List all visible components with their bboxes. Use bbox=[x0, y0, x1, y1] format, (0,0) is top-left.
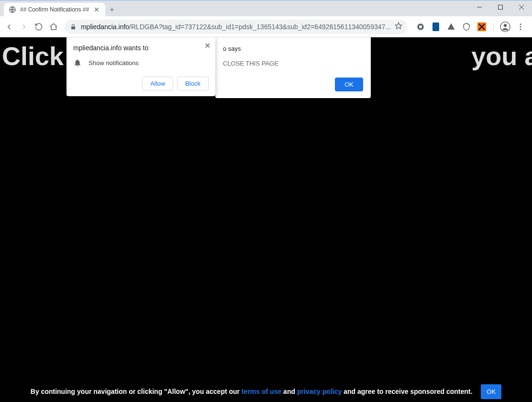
consent-footer: By continuing your navigation or clickin… bbox=[0, 384, 532, 399]
permission-actions: Allow Block bbox=[73, 77, 209, 90]
svg-marker-3 bbox=[395, 22, 401, 29]
javascript-alert-dialog: o says CLOSE THIS PAGE OK bbox=[215, 37, 371, 98]
svg-rect-2 bbox=[71, 26, 75, 29]
alert-actions: OK bbox=[223, 78, 363, 91]
svg-rect-6 bbox=[432, 22, 439, 31]
close-icon[interactable]: ✕ bbox=[93, 6, 100, 13]
svg-point-12 bbox=[520, 28, 521, 30]
allow-button[interactable]: Allow bbox=[142, 77, 173, 90]
window-controls bbox=[469, 0, 532, 16]
new-tab-button[interactable] bbox=[105, 3, 119, 16]
extension-icon-5[interactable] bbox=[476, 21, 488, 33]
extension-icon-1[interactable] bbox=[415, 21, 426, 33]
home-button[interactable] bbox=[47, 19, 60, 34]
maximize-button[interactable] bbox=[490, 0, 511, 14]
permission-dialog-title: mpliedancia.info wants to bbox=[73, 44, 209, 52]
svg-point-10 bbox=[520, 23, 521, 25]
alert-origin: o says bbox=[223, 45, 363, 52]
notification-permission-dialog: ✕ mpliedancia.info wants to Show notific… bbox=[66, 37, 215, 96]
browser-titlebar: ## Confirm Notifications ## ✕ bbox=[0, 0, 532, 16]
terms-link[interactable]: terms of use bbox=[242, 388, 281, 395]
extension-icon-2[interactable] bbox=[430, 21, 442, 33]
forward-button[interactable] bbox=[18, 19, 31, 34]
close-window-button[interactable] bbox=[511, 0, 532, 14]
reload-button[interactable] bbox=[32, 19, 45, 34]
back-button[interactable] bbox=[3, 19, 16, 34]
profile-avatar-icon[interactable] bbox=[499, 21, 511, 33]
consent-ok-button[interactable]: OK bbox=[481, 384, 501, 399]
browser-toolbar: mpliedancia.info/RLDGBA?tag_id=737122&su… bbox=[0, 16, 532, 37]
tab-strip: ## Confirm Notifications ## ✕ bbox=[0, 0, 469, 16]
close-icon[interactable]: ✕ bbox=[204, 41, 211, 50]
browser-tab[interactable]: ## Confirm Notifications ## ✕ bbox=[4, 3, 105, 16]
svg-point-11 bbox=[520, 26, 521, 27]
privacy-link[interactable]: privacy policy bbox=[297, 388, 342, 395]
alert-message: CLOSE THIS PAGE bbox=[223, 60, 363, 67]
bell-icon bbox=[73, 58, 82, 67]
consent-text: By continuing your navigation or clickin… bbox=[31, 387, 473, 397]
block-button[interactable]: Block bbox=[177, 77, 209, 90]
extension-icon-4[interactable] bbox=[461, 21, 472, 33]
bookmark-star-icon[interactable] bbox=[395, 22, 402, 31]
url-text: mpliedancia.info/RLDGBA?tag_id=737122&su… bbox=[81, 23, 391, 31]
toolbar-divider bbox=[493, 22, 494, 32]
svg-point-9 bbox=[504, 24, 507, 27]
svg-point-5 bbox=[419, 25, 422, 28]
globe-icon bbox=[9, 6, 16, 13]
tab-title: ## Confirm Notifications ## bbox=[20, 6, 89, 13]
permission-row-label: Show notifications bbox=[89, 59, 139, 67]
minimize-button[interactable] bbox=[469, 0, 490, 14]
address-bar[interactable]: mpliedancia.info/RLDGBA?tag_id=737122&su… bbox=[65, 20, 407, 34]
svg-rect-1 bbox=[499, 5, 503, 10]
permission-row: Show notifications bbox=[73, 58, 209, 67]
page-content: Click _the_Allow_button_to_confirm_ you … bbox=[0, 37, 532, 402]
extension-area bbox=[412, 21, 529, 33]
alert-ok-button[interactable]: OK bbox=[335, 78, 363, 91]
menu-kebab-icon[interactable] bbox=[515, 21, 526, 33]
extension-icon-3[interactable] bbox=[445, 21, 457, 33]
lock-icon bbox=[69, 23, 77, 31]
